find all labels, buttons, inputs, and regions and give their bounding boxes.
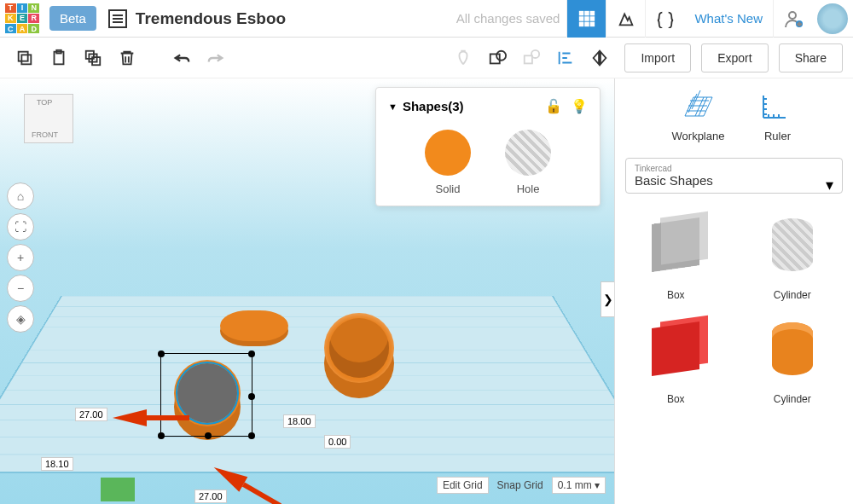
blocks-mode-button[interactable] [606,0,645,38]
redo-button[interactable] [201,43,230,72]
group-button[interactable] [483,43,512,72]
undo-button[interactable] [167,43,196,72]
svg-point-20 [497,50,507,60]
svg-rect-12 [19,51,28,61]
code-mode-button[interactable] [645,0,684,38]
unlock-icon[interactable]: 🔓 [545,98,562,114]
solid-label: Solid [425,182,471,195]
zoom-in-button[interactable]: + [7,244,34,271]
dimension-label[interactable]: 18.00 [283,414,316,428]
user-avatar[interactable] [817,3,848,34]
snap-bar: Edit Grid Snap Grid 0.1 mm ▾ [437,477,606,494]
snap-grid-label: Snap Grid [497,479,543,491]
title-area: Tremendous Esboo [108,9,286,28]
cylinder-icon [772,322,813,375]
ruler-origin[interactable] [101,478,135,501]
edit-grid-button[interactable]: Edit Grid [437,477,489,494]
nav-controls: ⌂ ⛶ + − ◈ [7,182,34,333]
svg-rect-4 [584,16,589,21]
svg-point-9 [789,12,796,19]
hole-swatch-icon [505,130,551,176]
logo-cell: N [28,3,39,13]
svg-text:+: + [797,20,801,28]
top-bar: T I N K E R C A D Beta Tremendous Esboo … [0,0,853,38]
chevron-down-icon: ▾ [826,176,833,194]
hole-option[interactable]: Hole [505,130,551,195]
logo-cell: R [28,14,39,23]
logo-cell: D [28,24,39,33]
project-title[interactable]: Tremendous Esboo [136,9,286,28]
ruler-label: Ruler [764,130,791,142]
logo-cell: E [17,14,28,23]
svg-rect-1 [584,10,589,15]
svg-point-22 [531,49,539,57]
logo-cell: K [5,14,16,23]
svg-rect-21 [525,55,532,63]
dimension-label[interactable]: 27.00 [194,490,227,503]
panel-title: Shapes(3) [403,99,545,113]
align-button[interactable] [551,43,580,72]
beta-badge: Beta [49,6,96,31]
collapse-icon[interactable]: ▼ [388,101,397,112]
svg-rect-13 [21,55,31,64]
delete-button[interactable] [113,43,142,72]
solid-swatch-icon [425,130,471,176]
mirror-button[interactable] [585,43,614,72]
box-icon [652,217,699,272]
tinkercad-logo[interactable]: T I N K E R C A D [0,0,44,38]
box-icon [652,322,699,376]
cylinder-icon [772,218,813,271]
dimension-label[interactable]: 27.00 [75,408,107,421]
shapes-grid: Box Cylinder Box Cylinder [625,209,843,405]
solid-option[interactable]: Solid [425,130,471,195]
logo-cell: C [5,24,16,33]
svg-rect-3 [579,16,584,21]
ungroup-button[interactable] [517,43,546,72]
shape-library-panel: Workplane Ruler Tinkercad Basic Shapes ▾… [614,78,853,504]
ruler-tool[interactable]: Ruler [758,90,796,142]
view-cube-top: TOP [37,98,52,107]
svg-rect-5 [590,16,595,21]
copy-button[interactable] [10,43,39,72]
shape-cylinder-solid[interactable]: Cylinder [742,313,844,405]
logo-cell: A [17,24,28,33]
svg-rect-7 [584,21,589,26]
shape-box-solid[interactable]: Box [625,313,727,405]
dimension-label[interactable]: 18.10 [41,457,73,471]
workplane-tool[interactable]: Workplane [672,90,725,142]
shape-library-select[interactable]: Tinkercad Basic Shapes ▾ [625,158,843,194]
export-button[interactable]: Export [701,43,768,72]
object-disc[interactable] [220,310,288,341]
panel-collapse-tab[interactable]: ❯ [601,281,614,317]
view-cube-front: FRONT [32,130,58,139]
dimension-label[interactable]: 0.00 [324,435,351,449]
fit-view-button[interactable]: ⛶ [7,213,34,240]
share-button[interactable]: Share [779,43,843,72]
ortho-view-button[interactable]: ◈ [7,305,34,333]
workplane-grid [0,296,614,473]
bulb-icon[interactable]: 💡 [571,98,588,114]
import-button[interactable]: Import [624,43,691,72]
shape-box-hole[interactable]: Box [625,209,727,301]
svg-rect-0 [579,10,584,15]
document-icon[interactable] [108,9,127,28]
toolbar: Import Export Share [0,38,853,78]
svg-rect-6 [579,21,584,26]
zoom-out-button[interactable]: − [7,275,34,302]
object-cylinder-hollow[interactable] [324,313,394,383]
whats-new-link[interactable]: What's New [684,11,773,26]
snap-grid-select[interactable]: 0.1 mm ▾ [552,477,606,494]
design-mode-button[interactable] [566,0,606,38]
shape-cylinder-hole[interactable]: Cylinder [742,209,844,301]
view-cube[interactable]: TOP FRONT [24,94,73,143]
account-button[interactable]: + [773,0,812,38]
logo-cell: I [17,3,28,13]
shapes-inspector-panel[interactable]: ▼ Shapes(3) 🔓 💡 Solid Hole [375,87,601,206]
duplicate-button[interactable] [78,43,107,72]
visibility-button[interactable] [449,43,478,72]
logo-cell: T [5,3,16,13]
shape-label: Cylinder [742,289,844,301]
home-view-button[interactable]: ⌂ [7,182,34,210]
shape-label: Box [625,289,727,301]
paste-button[interactable] [44,43,73,72]
